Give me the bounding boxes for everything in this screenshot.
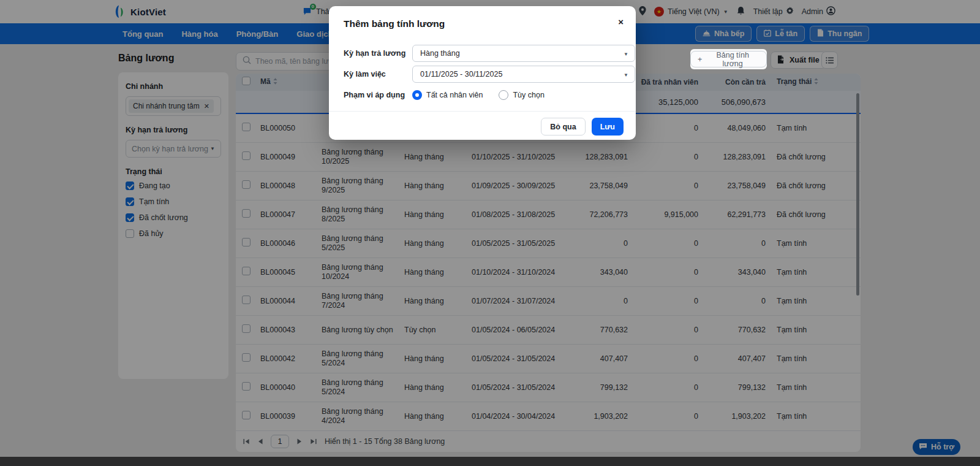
modal-title: Thêm bảng tính lương bbox=[344, 18, 445, 29]
modal-scope-row: Phạm vi áp dụng Tất cả nhân viên Tùy chọ… bbox=[344, 86, 545, 104]
modal-period-value: Hàng tháng bbox=[420, 49, 460, 58]
modal-divider bbox=[329, 111, 636, 112]
add-payroll-button[interactable]: + Bảng tính lương bbox=[690, 51, 767, 67]
plus-icon: + bbox=[698, 55, 702, 64]
modal-range-select[interactable]: 01/11/2025 - 30/11/2025 ▼ bbox=[412, 66, 635, 83]
scope-options: Tất cả nhân viên Tùy chọn bbox=[412, 90, 545, 100]
modal-range-label: Kỳ làm việc bbox=[344, 70, 412, 78]
modal-scope-label: Phạm vi áp dụng bbox=[344, 91, 412, 99]
add-button-highlight: + Bảng tính lương bbox=[690, 49, 767, 69]
chevron-down-icon: ▼ bbox=[624, 52, 628, 57]
close-icon[interactable]: × bbox=[618, 17, 624, 27]
add-payroll-modal: Thêm bảng tính lương × Kỳ hạn trả lương … bbox=[329, 6, 636, 140]
cancel-button[interactable]: Bỏ qua bbox=[541, 118, 585, 136]
save-button[interactable]: Lưu bbox=[592, 118, 624, 136]
modal-range-row: Kỳ làm việc 01/11/2025 - 30/11/2025 ▼ bbox=[344, 66, 635, 83]
add-payroll-label: Bảng tính lương bbox=[706, 51, 760, 68]
modal-range-value: 01/11/2025 - 30/11/2025 bbox=[420, 70, 502, 78]
modal-period-row: Kỳ hạn trả lương Hàng tháng ▼ bbox=[344, 45, 635, 62]
modal-period-label: Kỳ hạn trả lương bbox=[344, 49, 412, 58]
modal-period-select[interactable]: Hàng tháng ▼ bbox=[412, 45, 635, 62]
radio-icon[interactable] bbox=[499, 90, 508, 100]
app: KiotViet 0 Thảo luận ★ Tiếng Việt (VN) ▼… bbox=[0, 0, 980, 466]
scope-radio-option[interactable]: Tùy chọn bbox=[499, 90, 544, 100]
scope-option-label: Tất cả nhân viên bbox=[426, 91, 483, 99]
modal-footer: Bỏ qua Lưu bbox=[541, 118, 624, 136]
scope-radio-option[interactable]: Tất cả nhân viên bbox=[412, 90, 483, 100]
chevron-down-icon: ▼ bbox=[624, 72, 628, 78]
scope-option-label: Tùy chọn bbox=[513, 91, 544, 99]
radio-icon[interactable] bbox=[412, 90, 422, 100]
